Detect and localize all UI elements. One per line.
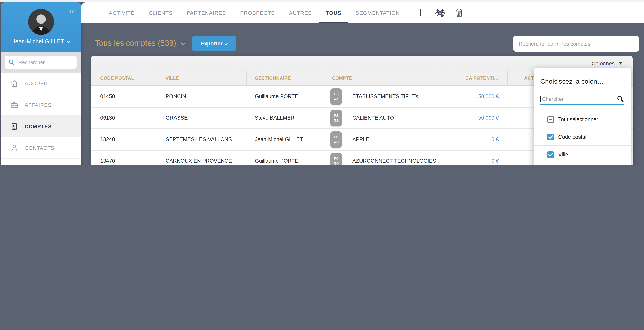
company-name: AZURCONNECT TECHNOLOGIES — [352, 158, 436, 164]
cell-potential-revenue[interactable]: 0 € — [453, 151, 508, 165]
column-option-code-postal[interactable]: Code postal — [534, 128, 631, 146]
briefcase-icon — [10, 101, 18, 109]
chevron-down-icon — [181, 41, 185, 45]
column-option-gestionnaire[interactable]: Gestionnaire — [534, 164, 631, 165]
columns-menu-label: Colonnes — [592, 60, 615, 66]
sidebar-search-band — [1, 52, 82, 73]
cell-potential-revenue[interactable]: 0 € — [453, 129, 508, 150]
add-account-button[interactable] — [416, 8, 425, 17]
tab-activité[interactable]: ACTIVITÉ — [109, 2, 134, 23]
sidebar: « Jean-Michel GILLET ACCUEILAFFAIRES — [1, 2, 82, 165]
sidebar-item-accueil[interactable]: ACCUEIL — [1, 73, 82, 94]
sidebar-item-affaires[interactable]: AFFAIRES — [1, 94, 82, 116]
badge-p-value: P0 — [334, 156, 339, 161]
chevron-down-icon — [225, 42, 228, 45]
sidebar-menu: ACCUEILAFFAIRESCOMPTESCONTACTSCAMPAGNESR… — [1, 73, 82, 165]
avatar[interactable] — [28, 9, 54, 35]
cell-company: P0R0AZURCONNECT TECHNOLOGIES — [324, 151, 453, 165]
sidebar-item-label: CONTACTS — [25, 145, 54, 151]
tab-segmentation[interactable]: SEGMENTATION — [356, 2, 400, 23]
tab-prospects[interactable]: PROSPECTS — [240, 2, 275, 23]
checkbox-indeterminate[interactable] — [547, 116, 554, 123]
badge-r-value: R0 — [334, 161, 339, 165]
sidebar-item-comptes[interactable]: COMPTES — [1, 116, 82, 137]
column-option-tout-s-lectionner[interactable]: Tout sélectionner — [534, 111, 631, 128]
text-cursor — [540, 96, 541, 102]
sidebar-search-input[interactable] — [18, 59, 68, 66]
column-header-ca-potenti-[interactable]: CA POTENTI... — [453, 71, 508, 85]
column-option-ville[interactable]: Ville — [534, 146, 631, 164]
tab-tous[interactable]: TOUS — [326, 2, 342, 23]
person-icon — [10, 144, 18, 152]
building-icon — [10, 122, 18, 130]
cell-postal: 06130 — [91, 108, 156, 128]
search-icon — [8, 59, 14, 65]
column-label: COMPTE — [332, 76, 352, 81]
cell-city: PONCIN — [156, 86, 247, 107]
page-title-label: Tous les comptes (538) — [95, 39, 176, 47]
user-name: Jean-Michel GILLET — [12, 38, 64, 45]
sidebar-item-label: ACCUEIL — [25, 80, 49, 86]
option-label: Tout sélectionner — [558, 116, 598, 122]
cell-city: SEPTEMES-LES-VALLONS — [156, 129, 247, 150]
sidebar-item-contacts[interactable]: CONTACTS — [1, 137, 82, 159]
sort-ascending-icon[interactable]: ↑ — [139, 75, 142, 81]
home-icon — [10, 79, 18, 87]
sidebar-header: « Jean-Michel GILLET — [1, 2, 82, 52]
cell-manager: Guillaume PORTE — [247, 151, 324, 165]
page-title[interactable]: Tous les comptes (538) — [95, 39, 185, 48]
search-icon — [617, 95, 624, 102]
tab-autres[interactable]: AUTRES — [289, 2, 312, 23]
column-label: GESTIONNAIRE — [255, 76, 291, 81]
priority-badge: P0R0 — [330, 153, 342, 165]
manage-users-button[interactable] — [435, 8, 445, 17]
trash-icon[interactable] — [456, 8, 463, 17]
chevron-down-icon — [67, 39, 70, 43]
priority-badge: P3R4 — [330, 88, 342, 105]
company-name: APPLE — [352, 137, 369, 142]
tab-bar: ACTIVITÉCLIENTSPARTENAIRESPROSPECTSAUTRE… — [109, 2, 400, 23]
column-header-gestionnaire[interactable]: GESTIONNAIRE — [247, 71, 324, 85]
avatar-portrait — [28, 9, 54, 35]
cell-potential-revenue[interactable]: 50 000 € — [453, 108, 508, 128]
column-chooser-panel: Choisissez la colon… Tout sélectionnerCo… — [534, 68, 631, 165]
caret-down-icon — [618, 62, 622, 64]
person-icon — [10, 144, 18, 152]
cell-manager: Jean-Michel GILLET — [247, 129, 324, 150]
collapse-sidebar-icon[interactable]: « — [69, 6, 74, 16]
priority-badge: P3R3 — [330, 110, 342, 126]
column-chooser-title: Choisissez la colon… — [540, 78, 624, 86]
sidebar-search[interactable] — [5, 55, 77, 69]
top-navigation: ACTIVITÉCLIENTSPARTENAIRESPROSPECTSAUTRE… — [82, 2, 644, 23]
column-options-list: Tout sélectionnerCode postalVilleGestion… — [534, 111, 631, 165]
cell-postal: 01450 — [91, 86, 156, 107]
column-chooser-search[interactable] — [540, 93, 624, 105]
badge-p-value: P3 — [334, 92, 339, 97]
badge-r-value: R3 — [334, 118, 339, 123]
tab-partenaires[interactable]: PARTENAIRES — [187, 2, 226, 23]
export-button[interactable]: Exporter — [192, 36, 236, 51]
cell-postal: 13470 — [91, 151, 156, 165]
app-window: « Jean-Michel GILLET ACCUEILAFFAIRES — [0, 0, 644, 165]
accounts-search-input[interactable] — [518, 40, 634, 47]
cell-potential-revenue[interactable]: 50 000 € — [453, 86, 508, 107]
cell-city: GRASSE — [156, 108, 247, 128]
tab-clients[interactable]: CLIENTS — [148, 2, 172, 23]
accounts-search[interactable] — [513, 36, 639, 52]
cell-postal: 13240 — [91, 129, 156, 150]
sidebar-item-campagnes[interactable]: CAMPAGNES — [1, 159, 82, 165]
sidebar-item-label: COMPTES — [25, 123, 52, 129]
sidebar-item-label: AFFAIRES — [25, 102, 52, 108]
badge-p-value: P3 — [334, 113, 339, 118]
column-chooser-search-input[interactable] — [541, 96, 608, 102]
column-header-code-postal[interactable]: CODE POSTAL↑ — [91, 71, 156, 85]
checkbox-checked[interactable] — [547, 151, 554, 158]
option-label: Ville — [558, 152, 568, 157]
column-header-compte[interactable]: COMPTE — [324, 71, 453, 85]
badge-r-value: R0 — [334, 140, 339, 145]
columns-menu-button[interactable]: Colonnes — [592, 60, 622, 66]
user-menu[interactable]: Jean-Michel GILLET — [1, 38, 82, 45]
checkbox-checked[interactable] — [547, 134, 554, 140]
column-header-ville[interactable]: VILLE — [156, 71, 247, 85]
option-label: Code postal — [558, 134, 586, 140]
